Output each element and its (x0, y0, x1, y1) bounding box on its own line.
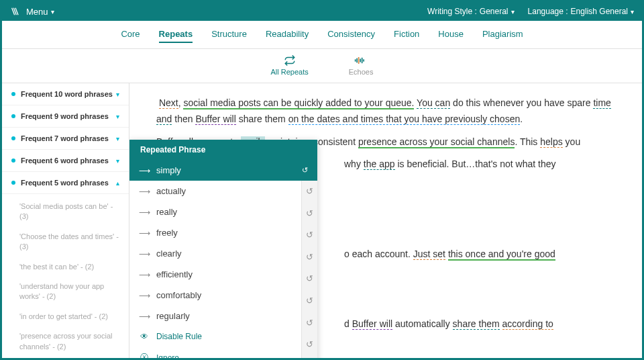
chevron-down-icon: ▾ (116, 157, 119, 165)
swap-icon[interactable]: ↺ (302, 181, 317, 203)
svg-rect-5 (363, 59, 364, 61)
swap-icon[interactable]: ↺ (302, 224, 317, 246)
svg-rect-4 (362, 58, 363, 63)
chevron-down-icon: ▾ (116, 113, 119, 120)
popup-suggestion[interactable]: ⟶really (129, 201, 301, 222)
arrow-right-icon: ⟶ (139, 291, 150, 300)
writing-style-label: Writing Style : (427, 7, 477, 16)
arrow-right-icon: ⟶ (139, 312, 150, 321)
bullet-icon (11, 181, 15, 185)
tab-fiction[interactable]: Fiction (394, 26, 419, 43)
subtab-echoes[interactable]: Echoes (349, 54, 374, 76)
repeat-icon (283, 54, 297, 66)
popup-suggestion[interactable]: ⟶comfortably (129, 285, 301, 306)
swap-icon[interactable]: ↺ (302, 334, 317, 356)
chevron-up-icon: ▴ (116, 179, 119, 187)
sidebar-item-5word[interactable]: Frequent 5 word phrases ▴ (2, 172, 129, 194)
tab-readability[interactable]: Readability (266, 26, 309, 43)
sidebar-subitem[interactable]: 'the best it can be' - (2) (19, 257, 129, 277)
close-circle-icon: ⓧ (139, 352, 150, 360)
sidebar-sublist: 'Social media posts can be' - (3) 'Choos… (2, 194, 129, 360)
popup-suggestion[interactable]: ⟶freely (129, 222, 301, 243)
top-bar: Menu ▾ Writing Style : General ▾ Languag… (2, 2, 642, 21)
svg-rect-0 (355, 59, 356, 61)
arrow-right-icon: ⟶ (139, 166, 150, 175)
svg-rect-3 (360, 59, 361, 62)
chevron-down-icon: ▾ (116, 91, 119, 98)
swap-icon[interactable]: ↺ (302, 290, 317, 312)
tab-house[interactable]: House (438, 26, 464, 43)
sidebar-subitem[interactable]: 'in order to get started' - (2) (19, 307, 129, 326)
swap-icon[interactable]: ↺ (302, 356, 317, 360)
swap-icon[interactable]: ↺ (302, 312, 317, 334)
tab-plagiarism[interactable]: Plagiarism (482, 26, 523, 43)
subtab-label: Echoes (349, 68, 374, 76)
sidebar-subitem[interactable]: 'Choose the dates and times' - (3) (19, 227, 129, 257)
tab-core[interactable]: Core (121, 26, 140, 43)
menu-label: Menu (26, 7, 48, 17)
popup-header: Repeated Phrase (129, 140, 317, 160)
arrow-right-icon: ⟶ (139, 187, 150, 196)
swap-icon[interactable]: ↺ (302, 246, 317, 269)
topbar-left: Menu ▾ (10, 6, 54, 17)
sidebar-item-6word[interactable]: Frequent 6 word phrases ▾ (2, 150, 129, 172)
tab-repeats[interactable]: Repeats (159, 26, 193, 43)
app-logo-icon (10, 6, 21, 17)
main-content: Frequent 10 word phrases ▾ Frequent 9 wo… (2, 83, 642, 360)
language-dropdown[interactable]: Language : English General ▾ (528, 7, 634, 16)
sub-tabs: All Repeats Echoes (2, 49, 642, 83)
chevron-down-icon: ▾ (511, 8, 515, 15)
sidebar-subitem[interactable]: 'Social media posts can be' - (3) (19, 197, 129, 227)
eye-off-icon: 👁 (139, 332, 150, 341)
language-label: Language : (528, 7, 568, 16)
menu-button[interactable]: Menu ▾ (26, 7, 54, 17)
arrow-right-icon: ⟶ (139, 249, 150, 259)
svg-rect-1 (356, 58, 358, 63)
popup-suggestion[interactable]: ⟶efficiently (129, 264, 301, 285)
main-tabs: Core Repeats Structure Readability Consi… (2, 21, 642, 49)
svg-rect-2 (358, 57, 360, 64)
suggestion-popup: Repeated Phrase ⟶simply ↺ ⟶actually ⟶rea… (129, 140, 317, 360)
bullet-icon (11, 136, 15, 140)
popup-ignore[interactable]: ⓧIgnore (129, 347, 301, 360)
swap-icon[interactable]: ↺ (302, 203, 317, 225)
topbar-right: Writing Style : General ▾ Language : Eng… (427, 7, 634, 16)
writing-style-value: General (480, 7, 508, 16)
bullet-icon (11, 159, 15, 163)
bullet-icon (11, 114, 15, 118)
echoes-icon (354, 54, 368, 66)
arrow-right-icon: ⟶ (139, 208, 150, 217)
language-value: English General (571, 7, 628, 16)
popup-disable-rule[interactable]: 👁Disable Rule (129, 326, 301, 347)
chevron-down-icon: ▾ (51, 8, 54, 15)
sidebar[interactable]: Frequent 10 word phrases ▾ Frequent 9 wo… (2, 83, 129, 360)
tab-structure[interactable]: Structure (211, 26, 247, 43)
popup-suggestion[interactable]: ⟶actually (129, 181, 301, 201)
sidebar-item-10word[interactable]: Frequent 10 word phrases ▾ (2, 83, 129, 105)
sidebar-subitem[interactable]: 'presence across your social channels' -… (19, 326, 129, 357)
chevron-down-icon: ▾ (116, 135, 119, 142)
popup-suggestion[interactable]: ⟶simply ↺ (129, 160, 317, 181)
bullet-icon (11, 92, 15, 96)
popup-suggestion[interactable]: ⟶regularly (129, 306, 301, 326)
subtab-all-repeats[interactable]: All Repeats (271, 54, 309, 76)
arrow-right-icon: ⟶ (139, 270, 150, 279)
tab-consistency[interactable]: Consistency (327, 26, 375, 43)
arrow-right-icon: ⟶ (139, 228, 150, 238)
sidebar-item-9word[interactable]: Frequent 9 word phrases ▾ (2, 105, 129, 128)
subtab-label: All Repeats (271, 68, 309, 76)
chevron-down-icon: ▾ (631, 8, 634, 15)
sidebar-item-7word[interactable]: Frequent 7 word phrases ▾ (2, 128, 129, 150)
swap-icon[interactable]: ↺ (302, 166, 308, 175)
writing-style-dropdown[interactable]: Writing Style : General ▾ (427, 7, 515, 16)
swap-icon[interactable]: ↺ (302, 268, 317, 290)
editor-content[interactable]: Next, social media posts can be quickly … (129, 83, 642, 360)
sidebar-subitem[interactable]: 'understand how your app works' - (2) (19, 277, 129, 307)
popup-suggestion[interactable]: ⟶clearly (129, 243, 301, 264)
